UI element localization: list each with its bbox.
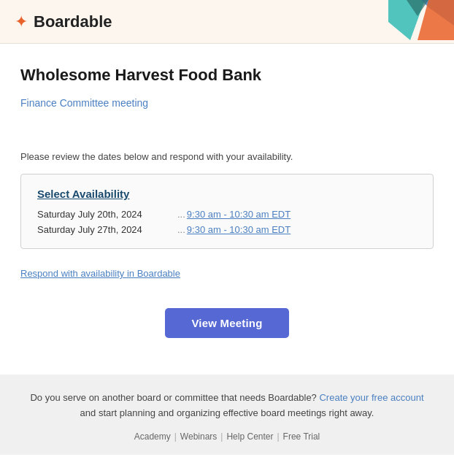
date-row-2: Saturday July 27th, 2024 ... 9:30 am - 1… bbox=[37, 224, 417, 235]
logo-area: ✦ Boardable bbox=[15, 12, 112, 31]
main-content: Wholesome Harvest Food Bank Finance Comm… bbox=[0, 44, 454, 375]
respond-link[interactable]: Respond with availability in Boardable bbox=[20, 268, 180, 279]
meeting-link[interactable]: Finance Committee meeting bbox=[20, 97, 148, 109]
footer-link-free-trial[interactable]: Free Trial bbox=[283, 431, 320, 442]
date-dots-2: ... bbox=[177, 224, 185, 235]
sep-2: | bbox=[220, 431, 223, 442]
footer-links: Academy|Webinars|Help Center|Free Trial bbox=[22, 431, 432, 442]
footer-cta-link[interactable]: Create your free account bbox=[319, 392, 423, 403]
footer-link-help-center[interactable]: Help Center bbox=[226, 431, 273, 442]
availability-title[interactable]: Select Availability bbox=[37, 188, 417, 200]
org-title: Wholesome Harvest Food Bank bbox=[20, 66, 434, 85]
date-label-2: Saturday July 27th, 2024 bbox=[37, 224, 176, 235]
date-dots-1: ... bbox=[177, 209, 185, 220]
header-graphic bbox=[388, 0, 454, 40]
button-area: View Meeting bbox=[20, 308, 434, 338]
header: ✦ Boardable bbox=[0, 0, 454, 44]
footer-link-webinars[interactable]: Webinars bbox=[180, 431, 217, 442]
view-meeting-button[interactable]: View Meeting bbox=[165, 308, 288, 338]
footer-cta-before: Do you serve on another board or committ… bbox=[30, 392, 316, 403]
sep-1: | bbox=[174, 431, 177, 442]
footer: Do you serve on another board or committ… bbox=[0, 375, 454, 455]
boardable-logo-icon: ✦ bbox=[15, 12, 28, 31]
footer-link-academy[interactable]: Academy bbox=[134, 431, 171, 442]
date-label-1: Saturday July 20th, 2024 bbox=[37, 209, 176, 220]
date-time-1[interactable]: 9:30 am - 10:30 am EDT bbox=[187, 209, 291, 220]
footer-cta: Do you serve on another board or committ… bbox=[22, 391, 432, 421]
availability-box: Select Availability Saturday July 20th, … bbox=[20, 174, 434, 249]
date-time-2[interactable]: 9:30 am - 10:30 am EDT bbox=[187, 224, 291, 235]
footer-cta-after: and start planning and organizing effect… bbox=[80, 407, 374, 418]
logo-text: Boardable bbox=[34, 12, 112, 31]
description-text: Please review the dates below and respon… bbox=[20, 151, 434, 162]
sep-3: | bbox=[277, 431, 279, 442]
date-row-1: Saturday July 20th, 2024 ... 9:30 am - 1… bbox=[37, 209, 417, 220]
